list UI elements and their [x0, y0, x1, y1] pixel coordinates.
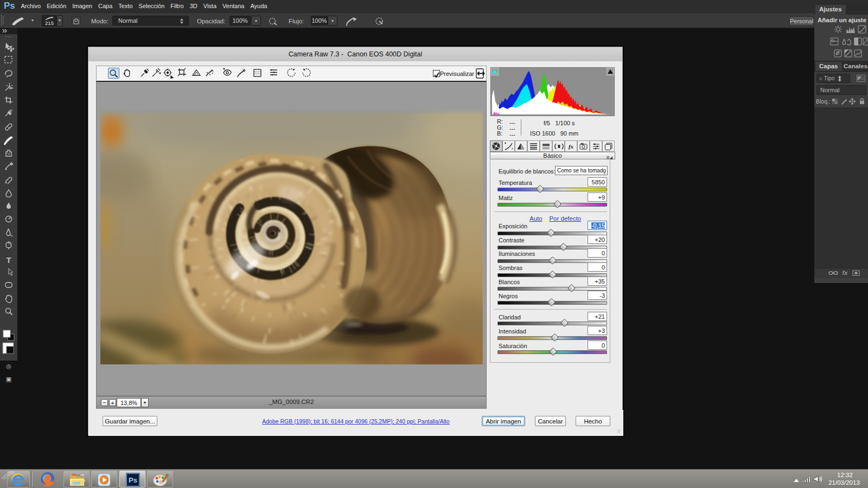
svg-text:fx: fx — [569, 143, 574, 150]
svg-text:Ps: Ps — [129, 476, 137, 484]
